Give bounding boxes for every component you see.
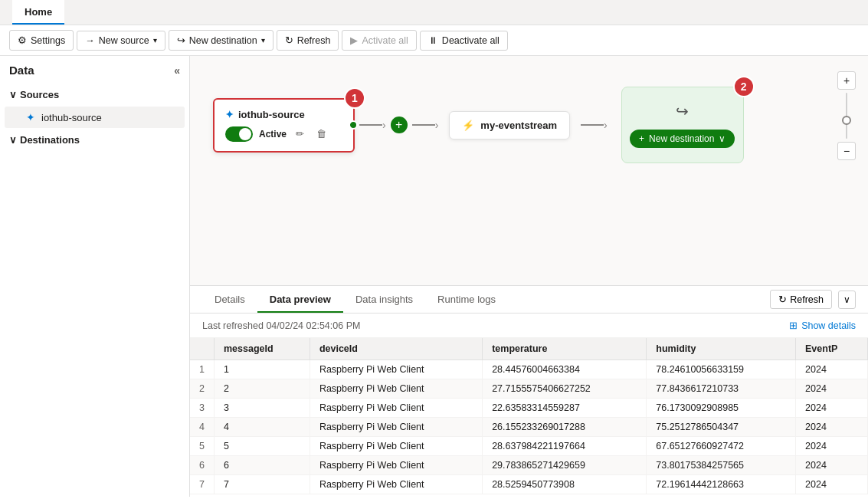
panel-chevron-button[interactable]: ∨: [838, 291, 856, 309]
source-item-label: iothub-source: [41, 112, 102, 123]
tab-home[interactable]: Home: [12, 0, 64, 25]
eventstream-node[interactable]: ⚡ my-eventstream: [449, 111, 570, 140]
plus-icon: +: [639, 133, 644, 144]
message-id-cell: 4: [214, 418, 310, 437]
device-id-cell: Raspberry Pi Web Client: [310, 456, 482, 475]
settings-button[interactable]: ⚙ Settings: [9, 30, 74, 51]
zoom-slider-thumb[interactable]: [842, 116, 851, 125]
device-id-cell: Raspberry Pi Web Client: [310, 418, 482, 437]
table-row: 3 3 Raspberry Pi Web Client 22.635833145…: [190, 399, 868, 418]
row-num-cell: 2: [190, 379, 214, 399]
temperature-cell: 27.7155575406627252: [483, 379, 647, 399]
destinations-section[interactable]: ∨ Destinations: [0, 130, 189, 150]
destinations-label: Destinations: [20, 134, 80, 146]
temperature-cell: 26.155233269017288: [483, 418, 647, 437]
panel-tabs-row: Details Data preview Data insights Runti…: [190, 286, 868, 314]
connector-dot: [349, 120, 358, 130]
chevron-right-icon: ∨: [9, 89, 17, 100]
new-destination-button[interactable]: ↪ New destination ▾: [169, 30, 274, 51]
eventp-cell: 2024: [796, 456, 868, 475]
device-id-cell: Raspberry Pi Web Client: [310, 379, 482, 399]
tab-data-insights[interactable]: Data insights: [343, 286, 425, 313]
source-node[interactable]: ✦ iothub-source Active ✏ 🗑: [213, 98, 355, 153]
arrow-line-3: [581, 124, 604, 126]
humidity-cell: 67.65127660927472: [647, 437, 796, 456]
toggle-row: Active ✏ 🗑: [225, 126, 342, 142]
sidebar-item-iothub-source[interactable]: ✦ iothub-source: [5, 107, 185, 128]
zoom-slider-track: [846, 93, 847, 139]
panel-refresh-icon: ↻: [778, 294, 787, 305]
arrow-2: ›: [408, 119, 444, 131]
source-item-icon: ✦: [26, 111, 35, 123]
refresh-icon: ↻: [285, 34, 293, 46]
tab-runtime-logs[interactable]: Runtime logs: [425, 286, 508, 313]
destination-node-wrapper: 2 ↪ + New destination ∨: [612, 87, 744, 163]
zoom-out-button[interactable]: −: [837, 142, 856, 160]
arrow-head-1: ›: [382, 119, 386, 131]
temperature-cell: 28.44576004663384: [483, 360, 647, 379]
edit-button[interactable]: ✏: [293, 126, 307, 141]
new-destination-canvas-button[interactable]: + New destination ∨: [630, 130, 735, 148]
sources-section[interactable]: ∨ Sources: [0, 84, 189, 105]
data-table: messageId deviceId temperature humidity …: [190, 338, 868, 494]
source-node-wrapper: 1 ✦ iothub-source Active ✏ 🗑: [213, 98, 355, 153]
eventp-cell: 2024: [796, 418, 868, 437]
activate-all-button[interactable]: ▶ Activate all: [342, 30, 416, 51]
tab-data-preview[interactable]: Data preview: [257, 286, 343, 313]
toolbar: ⚙ Settings → New source ▾ ↪ New destinat…: [0, 25, 868, 56]
data-area: Last refreshed 04/02/24 02:54:06 PM ⊞ Sh…: [190, 314, 868, 497]
new-source-button[interactable]: → New source ▾: [77, 31, 165, 51]
arrow-head-3: ›: [604, 119, 608, 131]
eventp-cell: 2024: [796, 399, 868, 418]
table-row: 6 6 Raspberry Pi Web Client 29.783865271…: [190, 456, 868, 475]
table-row: 5 5 Raspberry Pi Web Client 28.637984221…: [190, 437, 868, 456]
last-refreshed-text: Last refreshed 04/02/24 02:54:06 PM: [202, 320, 360, 331]
arrow-1: ›: [355, 119, 391, 131]
eventstream-icon: ⚡: [462, 120, 474, 131]
settings-label: Settings: [31, 35, 65, 46]
step-1-badge: 1: [344, 87, 365, 109]
last-refreshed-row: Last refreshed 04/02/24 02:54:06 PM ⊞ Sh…: [190, 314, 868, 338]
arrow-head-2: ›: [435, 119, 439, 131]
table-header-row: messageId deviceId temperature humidity …: [190, 338, 868, 360]
deactivate-all-label: Deactivate all: [442, 35, 500, 46]
plus-connector[interactable]: +: [391, 117, 408, 133]
message-id-cell: 2: [214, 379, 310, 399]
sidebar-collapse-button[interactable]: «: [174, 64, 180, 77]
show-details-button[interactable]: ⊞ Show details: [789, 320, 856, 331]
col-device-id: deviceId: [310, 338, 482, 360]
panel-tab-actions: ↻ Refresh ∨: [770, 290, 856, 309]
col-message-id: messageId: [214, 338, 310, 360]
message-id-cell: 6: [214, 456, 310, 475]
eventstream-name: my-eventstream: [480, 120, 557, 131]
col-humidity: humidity: [647, 338, 796, 360]
sidebar: Data « ∨ Sources ✦ iothub-source ∨ Desti…: [0, 56, 190, 497]
activate-all-label: Activate all: [362, 35, 408, 46]
humidity-cell: 77.8436617210733: [647, 379, 796, 399]
activate-icon: ▶: [350, 34, 358, 46]
col-temperature: temperature: [483, 338, 647, 360]
destination-node: ↪ + New destination ∨: [621, 87, 744, 163]
source-node-icon: ✦: [225, 109, 234, 120]
refresh-toolbar-button[interactable]: ↻ Refresh: [277, 30, 339, 51]
tab-details[interactable]: Details: [202, 286, 257, 313]
panel-refresh-button[interactable]: ↻ Refresh: [770, 290, 832, 309]
message-id-cell: 1: [214, 360, 310, 379]
table-row: 4 4 Raspberry Pi Web Client 26.155233269…: [190, 418, 868, 437]
zoom-in-button[interactable]: +: [837, 71, 856, 90]
active-toggle[interactable]: [225, 126, 253, 142]
gear-icon: ⚙: [18, 34, 27, 46]
humidity-cell: 72.19614442128663: [647, 475, 796, 494]
new-destination-label: New destination: [189, 35, 257, 46]
delete-button[interactable]: 🗑: [313, 126, 329, 141]
new-source-label: New source: [99, 35, 149, 46]
row-num-cell: 1: [190, 360, 214, 379]
chevron-down-icon-2: ▾: [261, 36, 265, 44]
temperature-cell: 22.63583314559287: [483, 399, 647, 418]
eventp-cell: 2024: [796, 379, 868, 399]
eventp-cell: 2024: [796, 360, 868, 379]
new-dest-icon: ↪: [177, 34, 185, 46]
deactivate-all-button[interactable]: ⏸ Deactivate all: [420, 31, 508, 51]
canvas-top: 1 ✦ iothub-source Active ✏ 🗑: [190, 56, 868, 286]
row-num-cell: 6: [190, 456, 214, 475]
